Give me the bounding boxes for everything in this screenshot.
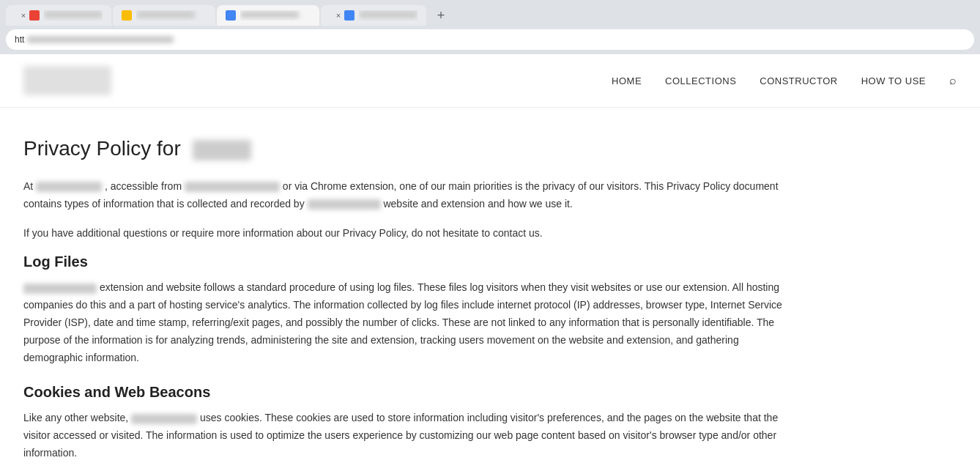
nav-link-constructor[interactable]: CONSTRUCTOR bbox=[760, 75, 837, 86]
log-files-text: extension and website follows a standard… bbox=[23, 281, 782, 363]
cookies-heading: Cookies and Web Beacons bbox=[23, 384, 782, 401]
main-content: Privacy Policy for At , accessible from … bbox=[0, 108, 806, 474]
intro-paragraph-1: At , accessible from or via Chrome exten… bbox=[23, 178, 782, 213]
tab-label-4 bbox=[359, 10, 417, 21]
cookies-section: Cookies and Web Beacons Like any other w… bbox=[23, 384, 782, 462]
browser-chrome: × × + htt bbox=[0, 0, 980, 54]
website-content: HOME COLLECTIONS CONSTRUCTOR HOW TO USE … bbox=[0, 54, 980, 474]
log-files-heading: Log Files bbox=[23, 253, 782, 270]
log-files-section: Log Files extension and website follows … bbox=[23, 253, 782, 366]
nav-link-collections[interactable]: COLLECTIONS bbox=[665, 75, 736, 86]
tab-label-3 bbox=[240, 10, 311, 21]
nav-links: HOME COLLECTIONS CONSTRUCTOR HOW TO USE … bbox=[612, 74, 957, 87]
tab-label-1 bbox=[44, 10, 103, 21]
tab-favicon-3 bbox=[226, 10, 236, 21]
address-bar[interactable]: htt bbox=[6, 29, 974, 50]
new-tab-button[interactable]: + bbox=[431, 5, 451, 26]
tab-bar: × × + bbox=[0, 0, 980, 26]
intro-mid: , accessible from bbox=[105, 180, 182, 192]
tab-favicon-1 bbox=[29, 10, 40, 21]
tab-label-2 bbox=[136, 10, 207, 21]
browser-tab-2[interactable] bbox=[113, 5, 215, 26]
intro-end: website and extension and how we use it. bbox=[383, 198, 572, 210]
blurred-site-name-2 bbox=[308, 199, 381, 210]
intro-paragraph-2: If you have additional questions or requ… bbox=[23, 225, 782, 242]
log-files-paragraph: extension and website follows a standard… bbox=[23, 279, 782, 366]
navbar: HOME COLLECTIONS CONSTRUCTOR HOW TO USE … bbox=[0, 54, 980, 108]
address-bar-row: htt bbox=[0, 26, 980, 54]
blurred-product-name bbox=[23, 284, 97, 294]
nav-link-home[interactable]: HOME bbox=[612, 75, 642, 86]
browser-tab-3[interactable] bbox=[217, 5, 319, 26]
logo bbox=[23, 66, 111, 95]
url-blurred bbox=[27, 36, 174, 43]
page-title-text: Privacy Policy for bbox=[23, 137, 181, 160]
logo-area bbox=[23, 66, 111, 95]
browser-tab-4[interactable]: × bbox=[321, 5, 426, 26]
blurred-site-name-1 bbox=[36, 182, 102, 192]
tab-favicon-4 bbox=[344, 10, 354, 21]
page-title: Privacy Policy for bbox=[23, 137, 782, 160]
tab-close-4[interactable]: × bbox=[333, 10, 344, 21]
browser-tab-1[interactable]: × bbox=[6, 5, 111, 26]
tab-close-1[interactable]: × bbox=[18, 10, 29, 21]
cookies-paragraph: Like any other website, uses cookies. Th… bbox=[23, 410, 782, 462]
blurred-url-1 bbox=[185, 182, 280, 192]
cookies-intro: Like any other website, bbox=[23, 412, 128, 423]
tab-favicon-2 bbox=[122, 10, 132, 21]
intro-at: At bbox=[23, 180, 33, 192]
url-prefix: htt bbox=[15, 34, 24, 45]
page-title-blurred-name bbox=[193, 140, 251, 160]
nav-link-how-to-use[interactable]: HOW TO USE bbox=[861, 75, 926, 86]
blurred-site-name-cookies bbox=[131, 414, 197, 424]
search-icon[interactable]: ⌕ bbox=[949, 74, 957, 87]
